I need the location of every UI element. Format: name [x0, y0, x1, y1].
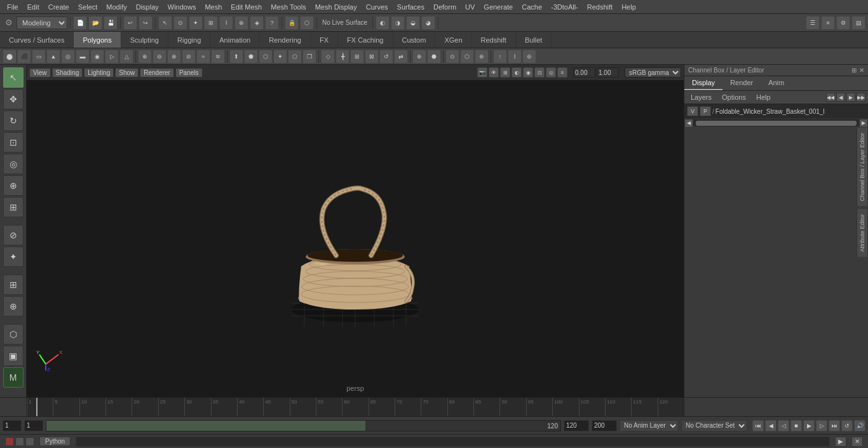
plane-btn[interactable]: ▬ [76, 50, 90, 64]
menu-create[interactable]: Create [44, 2, 74, 12]
vp-menu-show[interactable]: Show [115, 68, 139, 78]
separate-btn[interactable]: ⊖ [153, 50, 166, 64]
extract-btn[interactable]: ⊗ [167, 50, 181, 64]
menu-select[interactable]: Select [74, 2, 102, 12]
stop-btn[interactable]: ■ [790, 420, 802, 431]
torus-btn[interactable]: ◎ [61, 50, 75, 64]
frame-current-field[interactable] [24, 420, 43, 431]
tab-xgen[interactable]: XGen [435, 32, 471, 48]
smooth-btn[interactable]: ≈ [196, 50, 210, 64]
menu-modify[interactable]: Modify [102, 2, 131, 12]
normals-btn[interactable]: ↑ [493, 50, 507, 64]
menu-windows[interactable]: Windows [163, 2, 201, 12]
camera-tool[interactable]: ⬡ [3, 324, 24, 344]
tab-fx[interactable]: FX [311, 32, 338, 48]
playhead[interactable] [36, 398, 37, 416]
disk-btn[interactable]: ◉ [90, 50, 104, 64]
lasso-btn[interactable]: ⊙ [173, 16, 187, 30]
vp-display-btn[interactable]: 👁 [489, 67, 499, 78]
snap-point-btn[interactable]: ⊕ [234, 16, 248, 30]
sphere-btn[interactable]: ⬤ [3, 50, 17, 64]
menu-file[interactable]: File [3, 2, 23, 12]
redo-btn[interactable]: ↪ [139, 16, 153, 30]
vp-grid-btn[interactable]: ⊞ [500, 67, 510, 78]
outliner-btn[interactable]: ▤ [851, 16, 865, 30]
tab-sculpting[interactable]: Sculpting [121, 32, 168, 48]
open-file-btn[interactable]: 📂 [88, 16, 102, 30]
window-min-btn[interactable] [15, 437, 24, 446]
python-run-btn[interactable]: ▶ [835, 437, 846, 447]
ipr-btn[interactable]: ◕ [421, 16, 435, 30]
tab-bullet[interactable]: Bullet [516, 32, 552, 48]
window-max-btn[interactable] [25, 437, 34, 446]
prism-btn[interactable]: ▷ [105, 50, 119, 64]
play-back-btn[interactable]: ◁ [778, 420, 789, 431]
vp-rot-input[interactable] [573, 67, 595, 78]
tab-curves-surfaces[interactable]: Curves / Surfaces [0, 32, 74, 48]
insert-loop-btn[interactable]: ⊞ [350, 50, 364, 64]
vp-camera-btn[interactable]: 📷 [477, 67, 487, 78]
frame-start-field[interactable] [3, 420, 22, 431]
vp-menu-shading[interactable]: Shading [52, 68, 83, 78]
cylinder-btn[interactable]: ▭ [32, 50, 46, 64]
render-btn[interactable]: ◐ [376, 16, 390, 30]
menu-generate[interactable]: Generate [479, 2, 517, 12]
options-menu[interactable]: Options [718, 93, 750, 102]
python-input[interactable] [76, 437, 830, 447]
tab-anim[interactable]: Anim [761, 76, 792, 90]
snap-point[interactable]: ⊕ [3, 296, 24, 316]
weld-btn[interactable]: ⊛ [475, 50, 489, 64]
wedge-btn[interactable]: ⬠ [288, 50, 302, 64]
menu-mesh-tools[interactable]: Mesh Tools [266, 2, 310, 12]
lasso-select[interactable]: ⊘ [3, 225, 24, 245]
menu-edit[interactable]: Edit [23, 2, 44, 12]
anim-layer-select[interactable]: No Anim Layer [620, 420, 679, 431]
offset-loop-btn[interactable]: ⊠ [365, 50, 379, 64]
skip-end-btn[interactable]: ⏭ [829, 420, 840, 431]
channel-box-close[interactable]: ✕ [859, 67, 864, 74]
python-clear-btn[interactable]: ✕ [851, 437, 863, 447]
merge-btn[interactable]: ⊙ [445, 50, 459, 64]
channel-box-btn[interactable]: ☰ [806, 16, 820, 30]
anim-total-field[interactable] [592, 420, 617, 431]
connect-btn[interactable]: ╋ [336, 50, 349, 64]
menu-mesh-display[interactable]: Mesh Display [311, 2, 362, 12]
vp-hud-btn[interactable]: ≡ [557, 67, 567, 78]
timeline-ruler[interactable]: 1 5 10 15 20 25 30 35 40 45 50 55 60 65 … [27, 398, 684, 416]
sound-btn[interactable]: 🔊 [854, 420, 865, 431]
tool-settings-btn[interactable]: ⚙ [836, 16, 850, 30]
paint-btn[interactable]: ✦ [189, 16, 203, 30]
scroll-thumb[interactable] [696, 121, 857, 126]
fill-btn[interactable]: ⬡ [259, 50, 273, 64]
attr-tool[interactable]: ▣ [3, 346, 24, 366]
select-tool[interactable]: ↖ [3, 67, 24, 88]
menu-redshift[interactable]: Redshift [583, 2, 617, 12]
menu-edit-mesh[interactable]: Edit Mesh [226, 2, 266, 12]
move-tool[interactable]: ✥ [3, 89, 24, 109]
help-menu[interactable]: Help [752, 93, 775, 102]
layer-arrow-left-double[interactable]: ◀◀ [826, 93, 835, 102]
spin-edge-btn[interactable]: ↺ [379, 50, 393, 64]
flip-btn[interactable]: ⇄ [394, 50, 408, 64]
anim-end-field[interactable] [564, 420, 589, 431]
channel-box-tab[interactable]: Channel Box / Layer Editor [857, 127, 868, 207]
vp-menu-panels[interactable]: Panels [175, 68, 203, 78]
scale-tool[interactable]: ⊡ [3, 132, 24, 153]
layer-arrow-right[interactable]: ▶ [846, 93, 855, 102]
bevel-btn[interactable]: ◇ [321, 50, 335, 64]
bridge-btn[interactable]: ⬟ [244, 50, 258, 64]
soft-modify[interactable]: ⊕ [3, 175, 24, 196]
menu-3dtoall[interactable]: -3DtoAll- [546, 2, 583, 12]
prev-frame-btn[interactable]: ◀ [765, 420, 776, 431]
vp-menu-view[interactable]: View [29, 68, 51, 78]
channel-box-pin[interactable]: ⊞ [851, 67, 857, 74]
vp-gamma-select[interactable]: sRGB gamma [625, 67, 681, 78]
python-tab[interactable]: Python [39, 437, 71, 446]
menu-mesh[interactable]: Mesh [200, 2, 226, 12]
menu-uv[interactable]: UV [461, 2, 479, 12]
menu-display[interactable]: Display [132, 2, 163, 12]
tool-q[interactable]: ? [265, 16, 279, 30]
scroll-left-btn[interactable]: ◀ [684, 119, 693, 128]
vp-res-btn[interactable]: ⊡ [534, 67, 545, 78]
tab-custom[interactable]: Custom [393, 32, 436, 48]
